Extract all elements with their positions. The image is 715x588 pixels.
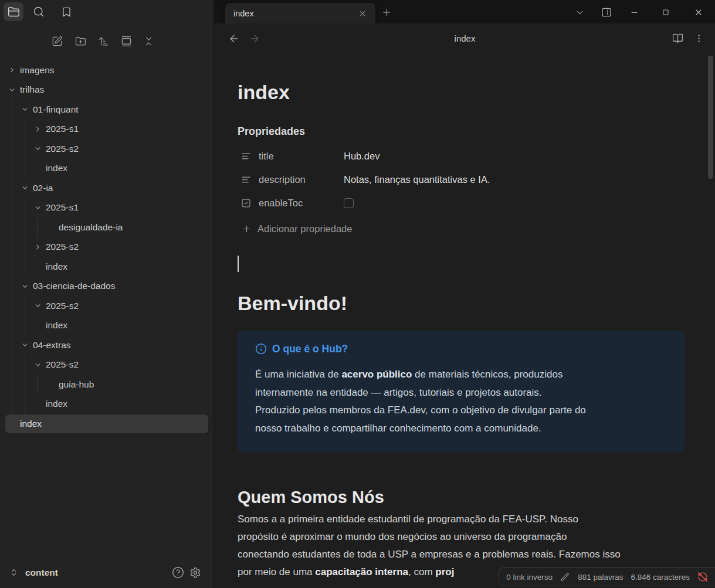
sort-order-button[interactable] [94,32,113,50]
tree-item-label: 2025-s2 [46,301,79,311]
view-header: index [214,23,715,53]
folder-icon [8,6,20,18]
chevron-down-icon[interactable] [22,106,28,113]
tree-file-index[interactable]: index [0,316,214,336]
new-folder-button[interactable] [71,32,90,50]
tree-file-index[interactable]: index [0,395,214,414]
chevrons-down-up-icon [143,36,154,47]
change-layout-button[interactable] [117,32,135,50]
minimize-button[interactable] [626,5,642,20]
tree-item-label: trilhas [20,84,44,95]
search-ribbon-button[interactable] [29,2,49,21]
property-value[interactable]: Hub.dev [344,151,379,162]
file-tree: imagenstrilhas01-finquant2025-s12025-s2i… [0,60,214,434]
tab-index[interactable]: index [225,3,375,23]
property-key[interactable]: enableToc [259,198,344,209]
tab-close-button[interactable] [355,6,370,21]
who-heading[interactable]: Quem Somos Nós [238,487,684,508]
chevron-right-icon[interactable] [9,67,15,73]
tree-file-guia-hub[interactable]: guia-hub [0,375,214,395]
tree-folder-03-ciencia-de-dados[interactable]: 03-ciencia-de-dados [0,277,214,297]
tree-folder-2025-s2[interactable]: 2025-s2 [0,355,214,375]
welcome-heading[interactable]: Bem-vindo! [238,291,684,315]
minimize-icon [630,8,639,17]
tree-file-index[interactable]: index [0,414,214,434]
word-count[interactable]: 881 palavras [578,573,623,582]
tree-folder-01-finquant[interactable]: 01-finquant [0,100,214,120]
collapse-all-button[interactable] [139,32,158,50]
tree-folder-imagens[interactable]: imagens [0,60,214,80]
tree-item-label: index [46,261,67,272]
tree-item-label: 01-finquant [33,104,79,115]
vault-switcher[interactable]: content [9,567,58,578]
plus-icon [381,7,392,18]
maximize-button[interactable] [658,5,674,20]
chevron-down-icon[interactable] [9,87,15,93]
tree-item-label: 02-ia [33,183,53,193]
text: propósito é aproximar o mundo dos negóci… [238,531,567,542]
chevron-down-icon[interactable] [35,145,41,152]
tree-item-label: guia-hub [59,379,94,390]
text: nosso trabalho e compartilhar conhecimen… [255,423,541,434]
tab-list-dropdown-button[interactable] [571,5,588,20]
bookmarks-ribbon-button[interactable] [56,2,76,21]
new-note-icon [52,36,63,47]
settings-button[interactable] [187,564,204,582]
search-icon [33,6,45,18]
inline-title[interactable]: index [238,80,684,104]
tree-folder-trilhas[interactable]: trilhas [0,80,214,100]
properties-heading[interactable]: Propriedades [238,124,684,138]
text-property-icon [241,151,252,161]
chevron-right-icon[interactable] [35,126,41,132]
tree-file-index[interactable]: index [0,159,214,179]
chevron-right-icon[interactable] [35,244,41,250]
sync-off-icon[interactable] [697,572,708,582]
property-key[interactable]: title [259,151,344,162]
text-cursor [238,256,239,272]
tree-folder-02-ia[interactable]: 02-ia [0,178,214,198]
chevron-down-icon[interactable] [35,205,41,211]
chevron-down-icon[interactable] [22,342,28,348]
tree-folder-2025-s2[interactable]: 2025-s2 [0,237,214,257]
new-note-button[interactable] [48,32,66,50]
close-window-button[interactable] [690,5,707,20]
chevron-down-icon[interactable] [35,362,41,368]
chevron-down-icon[interactable] [22,283,28,290]
callout[interactable]: O que é o Hub? É uma iniciativa de acerv… [238,331,684,453]
callout-title: O que é o Hub? [255,341,670,356]
add-property-button[interactable]: Adicionar propriedade [238,220,684,237]
tree-folder-04-extras[interactable]: 04-extras [0,335,214,355]
tree-item-label: 04-extras [33,340,71,351]
tree-item-label: index [46,320,67,331]
close-icon [694,8,703,17]
new-folder-icon [75,36,86,47]
property-value[interactable]: Notas, finanças quantitativas e IA. [344,174,490,185]
callout-title-text: O que é o Hub? [272,341,348,356]
edit-mode-pencil-icon[interactable] [560,572,570,582]
tree-folder-2025-s2[interactable]: 2025-s2 [0,296,214,316]
chevron-down-icon [575,8,585,18]
more-options-button[interactable] [690,30,707,46]
tree-item-label: 2025-s2 [46,144,79,154]
reading-mode-button[interactable] [669,30,686,46]
toggle-right-sidebar-button[interactable] [598,5,615,20]
tree-folder-2025-s1[interactable]: 2025-s1 [0,198,214,218]
sort-order-icon [98,36,109,47]
help-button[interactable] [169,564,187,582]
new-tab-button[interactable] [378,5,395,20]
content-scrollbar[interactable] [708,56,713,179]
backlinks-status[interactable]: 0 link inverso [506,573,553,582]
chevron-down-icon[interactable] [35,303,41,309]
tree-file-index[interactable]: index [0,257,214,277]
character-count[interactable]: 6.846 caracteres [631,573,690,582]
plus-icon [242,224,252,234]
enabletoc-checkbox[interactable] [344,198,354,208]
property-key[interactable]: description [259,174,344,185]
chevron-down-icon[interactable] [22,185,28,191]
tree-folder-2025-s2[interactable]: 2025-s2 [0,139,214,159]
tree-folder-2025-s1[interactable]: 2025-s1 [0,120,214,140]
files-ribbon-button[interactable] [4,2,23,21]
close-icon [358,9,367,18]
tree-file-desigualdade-ia[interactable]: desigualdade-ia [0,217,214,237]
view-title: index [214,23,715,53]
